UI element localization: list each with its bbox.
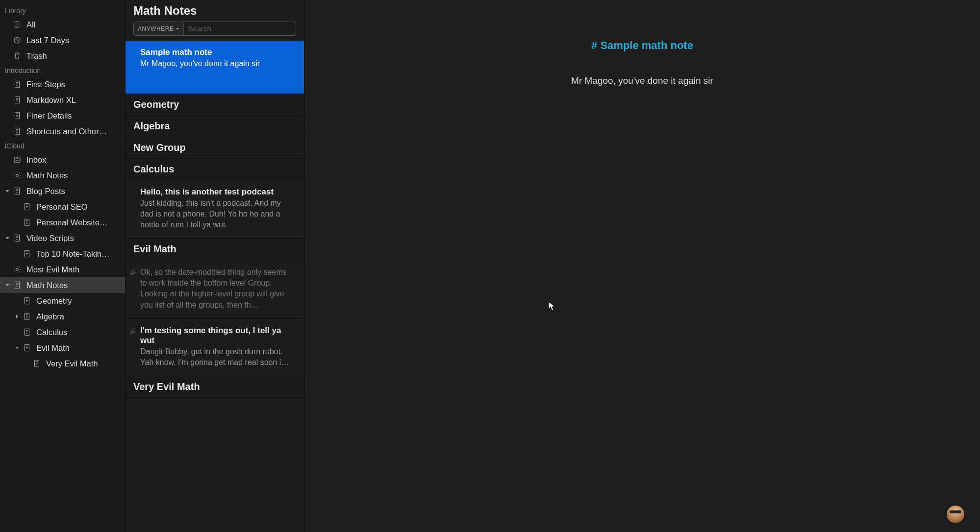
sidebar-section-header: iCloud — [0, 139, 125, 152]
note-card-preview: Dangit Bobby, get in the gosh durn robot… — [140, 346, 295, 368]
chevron-down-icon[interactable] — [4, 235, 11, 242]
presenter-avatar — [947, 506, 964, 523]
sidebar-item-markdown-xl[interactable]: Markdown XL — [0, 92, 125, 108]
note-icon — [22, 327, 32, 338]
chevron-down-icon[interactable] — [4, 188, 11, 194]
sidebar-item-blog-posts[interactable]: Blog Posts — [0, 183, 125, 199]
sidebar-item-very-evil-math[interactable]: Very Evil Math — [0, 356, 125, 371]
search-input[interactable] — [184, 24, 296, 33]
svg-rect-34 — [25, 250, 29, 257]
stack-icon — [12, 19, 23, 30]
sidebar-item-shortcuts-and-other[interactable]: Shortcuts and Other… — [0, 123, 125, 139]
sidebar-item-geometry[interactable]: Geometry — [0, 293, 125, 309]
note-group-algebra[interactable]: Algebra — [126, 116, 304, 137]
svg-rect-26 — [25, 219, 29, 226]
note-card[interactable]: I'm testing some things out, I tell ya w… — [126, 319, 304, 376]
editor-note-body[interactable]: Mr Magoo, you've done it again sir — [422, 75, 863, 86]
note-card[interactable]: Sample math noteMr Magoo, you've done it… — [126, 41, 304, 94]
sidebar-section-header: Library — [0, 4, 125, 17]
note-group-evil-math[interactable]: Evil Math — [126, 239, 304, 260]
sidebar-item-label: All — [26, 20, 35, 29]
note-list-panel: Math Notes ANYWHERE Sample math noteMr M… — [126, 0, 304, 532]
inbox-icon — [12, 154, 23, 165]
clock-icon — [12, 35, 23, 46]
trash-icon — [12, 50, 23, 61]
note-card-title: Sample math note — [140, 48, 295, 57]
svg-rect-1 — [15, 81, 20, 88]
sidebar-item-evil-math[interactable]: Evil Math — [0, 340, 125, 356]
gear-icon — [12, 264, 23, 275]
note-icon — [12, 280, 23, 290]
chevron-right-icon[interactable] — [14, 313, 21, 320]
chevron-down-icon[interactable] — [14, 344, 21, 351]
svg-rect-18 — [15, 188, 20, 194]
sidebar-item-label: Personal Website… — [36, 218, 108, 227]
note-icon — [12, 95, 23, 105]
note-group-geometry[interactable]: Geometry — [126, 94, 304, 116]
sidebar-section-header: Introduction — [0, 64, 125, 76]
search-box[interactable]: ANYWHERE — [133, 22, 296, 36]
note-icon — [12, 126, 23, 137]
sidebar-item-personal-seo[interactable]: Personal SEO — [0, 199, 125, 215]
note-group-new-group[interactable]: New Group — [126, 137, 304, 159]
sidebar-item-label: Very Evil Math — [46, 359, 98, 368]
note-icon — [22, 217, 32, 228]
svg-point-17 — [16, 174, 19, 177]
note-card-title: I'm testing some things out, I tell ya w… — [140, 326, 295, 345]
sidebar-item-label: Blog Posts — [26, 187, 65, 196]
sidebar-item-video-scripts[interactable]: Video Scripts — [0, 230, 125, 246]
sidebar-item-personal-website[interactable]: Personal Website… — [0, 215, 125, 230]
sidebar-item-all[interactable]: All — [0, 17, 125, 32]
sidebar-item-math-notes[interactable]: Math Notes — [0, 168, 125, 183]
sidebar-item-label: Video Scripts — [26, 234, 74, 243]
note-list-body[interactable]: Sample math noteMr Magoo, you've done it… — [126, 41, 304, 532]
sidebar-item-label: First Steps — [26, 80, 65, 89]
sidebar-item-finer-details[interactable]: Finer Details — [0, 108, 125, 123]
note-card-title: Hello, this is another test podcast — [140, 187, 295, 197]
sidebar-item-label: Calculus — [36, 328, 67, 337]
paperclip-icon — [129, 269, 136, 276]
sidebar-item-label: Top 10 Note-Takin… — [36, 249, 110, 259]
chevron-down-icon[interactable] — [4, 282, 11, 289]
note-card[interactable]: Ok, so the date-modified thing only seem… — [126, 260, 304, 318]
note-group-calculus[interactable]: Calculus — [126, 159, 304, 180]
note-icon — [12, 110, 23, 121]
svg-rect-30 — [15, 235, 20, 242]
sidebar-item-label: Math Notes — [26, 171, 68, 180]
sidebar-item-last-7-days[interactable]: Last 7 Days — [0, 32, 125, 48]
note-list-header: Math Notes ANYWHERE — [126, 0, 304, 41]
sidebar-item-most-evil-math[interactable]: Most Evil Math — [0, 262, 125, 277]
note-icon — [12, 186, 23, 196]
sidebar-item-inbox[interactable]: Inbox — [0, 152, 125, 168]
sidebar-item-label: Evil Math — [36, 343, 70, 353]
sidebar-item-algebra[interactable]: Algebra — [0, 309, 125, 324]
sidebar-item-calculus[interactable]: Calculus — [0, 324, 125, 340]
sidebar-item-math-notes[interactable]: Math Notes — [0, 277, 125, 293]
editor-pane[interactable]: # Sample math note Mr Magoo, you've done… — [304, 0, 980, 532]
svg-rect-22 — [25, 203, 29, 210]
svg-rect-43 — [25, 297, 29, 304]
svg-rect-39 — [15, 282, 20, 289]
svg-rect-5 — [15, 97, 20, 103]
sidebar-item-label: Markdown XL — [26, 96, 76, 105]
sidebar-item-label: Trash — [26, 51, 47, 61]
note-card-preview: Ok, so the date-modified thing only seem… — [140, 267, 295, 310]
sidebar-item-top-10-note-takin[interactable]: Top 10 Note-Takin… — [0, 246, 125, 262]
note-icon — [12, 233, 23, 243]
note-card-preview: Mr Magoo, you've done it again sir — [140, 58, 295, 69]
sidebar-item-first-steps[interactable]: First Steps — [0, 76, 125, 92]
note-icon — [22, 295, 32, 306]
note-icon — [22, 201, 32, 212]
svg-rect-51 — [25, 329, 29, 336]
note-card[interactable]: Hello, this is another test podcastJust … — [126, 180, 304, 239]
svg-point-38 — [16, 268, 19, 271]
sidebar: LibraryAllLast 7 DaysTrashIntroductionFi… — [0, 0, 126, 532]
sidebar-item-trash[interactable]: Trash — [0, 48, 125, 64]
sidebar-item-label: Shortcuts and Other… — [26, 127, 107, 136]
sidebar-item-label: Inbox — [26, 155, 46, 165]
editor-note-title[interactable]: # Sample math note — [422, 39, 863, 52]
svg-rect-59 — [35, 360, 39, 367]
note-icon — [22, 311, 32, 322]
search-scope-dropdown[interactable]: ANYWHERE — [134, 22, 184, 35]
note-group-very-evil-math[interactable]: Very Evil Math — [126, 376, 304, 398]
